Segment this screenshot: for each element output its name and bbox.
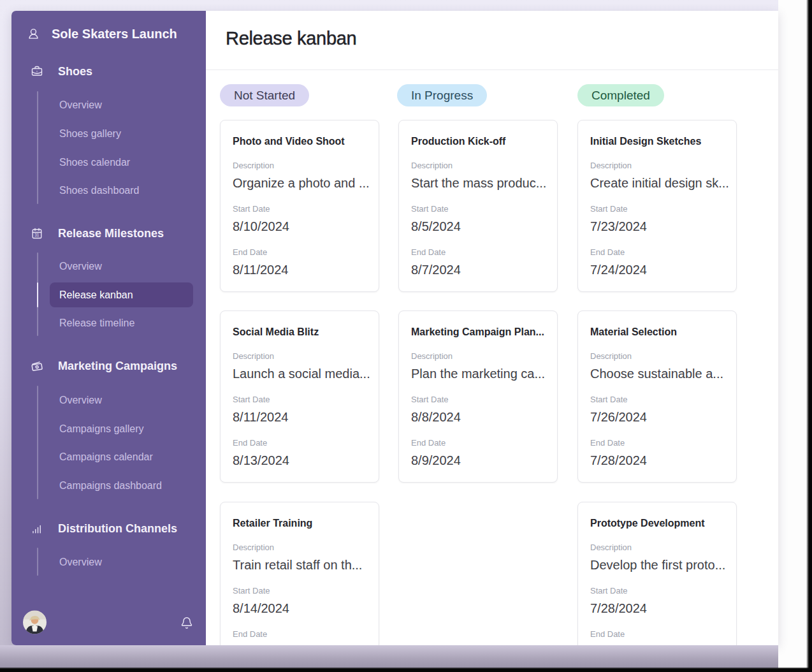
- svg-text:31: 31: [34, 233, 40, 237]
